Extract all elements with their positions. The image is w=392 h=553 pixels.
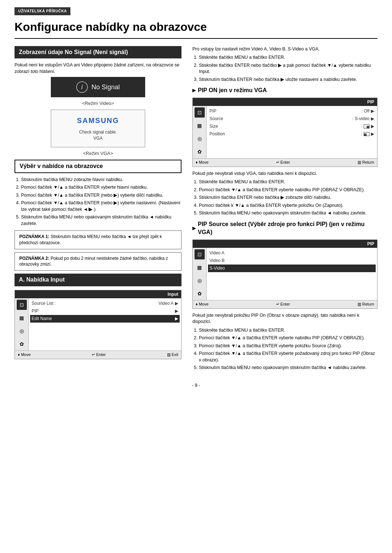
pip-source-menu-ui: PIP ⊡ ▦ ◎ ✿ Video A Video B	[192, 239, 377, 309]
videob-label: Video B	[209, 258, 225, 264]
pip-footer-enter: ↵ Enter	[276, 160, 290, 165]
sound-icon2: ◎	[195, 134, 205, 144]
pip-size-value: : ▶	[361, 123, 374, 130]
display-icon3: ▦	[195, 262, 205, 273]
pip-source-footer-return: ▥ Return	[358, 302, 374, 307]
pip-row-position: Position : ▶	[209, 130, 374, 138]
top-bar: UŽIVATELSKÁ PŘÍRUČKA	[15, 7, 70, 15]
list-item: Stiskněte tlačítko MENU a tlačítko ENTER…	[199, 327, 377, 334]
no-signal-box: i No Signal	[51, 77, 145, 97]
list-item: Stisknutím tlačítka MENU zobrazte hlavní…	[21, 177, 181, 183]
size-indicator	[364, 124, 369, 128]
settings-icon3: ✿	[195, 288, 205, 299]
pip-on-menu-title: PIP	[193, 98, 377, 106]
list-item: Stisknutím tlačítka MENU nebo opakovaným…	[199, 210, 377, 217]
regime-vga-label: <Režim VGA>	[15, 150, 181, 157]
no-signal-text: No Signal	[91, 83, 120, 92]
check-signal-text: Check signal cable.	[57, 129, 139, 135]
editname-label: Edit Name	[32, 316, 52, 322]
display-icon: ▦	[17, 313, 27, 323]
pip-on-header: PIP ON jen v režimu VGA	[192, 86, 377, 94]
list-item: Stisknutím tlačítka ENTER nebo tlačítka …	[199, 77, 377, 83]
footer-move: ♦ Move	[18, 352, 31, 357]
pip-position-label: Position	[209, 131, 225, 137]
pip-footer-move: ♦ Move	[196, 160, 209, 165]
pip-source-footer-move: ♦ Move	[196, 302, 209, 307]
menu-row-source: Source List : Video A ▶	[32, 300, 178, 307]
source-value: Video A ▶	[159, 300, 178, 307]
pip-size-label: Size	[209, 123, 218, 130]
source-arrow: ▶	[175, 300, 178, 307]
page-title: Konfigurace nabídky na obrazovce	[15, 19, 377, 39]
note1-bold: POZNÁMKA 1:	[19, 234, 49, 239]
pip-source-header: PIP Source select (Výběr zdroje pro funk…	[192, 220, 377, 237]
section3-header: A. Nabídka Input	[15, 274, 181, 286]
regime-video-label: <Režim Video>	[15, 100, 181, 107]
svideo-label: S-Video	[209, 265, 225, 271]
videoa-label: Video A	[209, 250, 224, 256]
pip-on-menu-content: PIP : Off ▶ Source : S-video ▶ Size : ▶	[207, 106, 377, 158]
source-label: Source List :	[32, 300, 56, 307]
samsung-logo: SAMSUNG	[57, 115, 139, 126]
pip-on-menu-ui: PIP ⊡ ▦ ◎ ✿ PIP : Off ▶ Sourc	[192, 98, 377, 167]
content-columns: Zobrazení údaje No Signal (Není signál) …	[15, 46, 377, 375]
intro-steps: Stiskněte tlačítko MENU a tlačítko ENTER…	[192, 54, 377, 83]
list-item: Pomocí tlačítek k ▼/▲ a tlačítka ENTER v…	[199, 202, 377, 209]
note2-box: POZNÁMKA 2: Pokud po dobu 2 minut nestis…	[15, 252, 181, 271]
page-number: - 9 -	[15, 382, 377, 389]
list-item: Stiskněte tlačítko MENU a tlačítko ENTER…	[199, 179, 377, 185]
pip-source-menu-footer: ♦ Move ↵ Enter ▥ Return	[193, 300, 377, 308]
input-menu-title: Input	[15, 290, 181, 299]
menu-row-editname: Edit Name ▶	[30, 315, 180, 323]
sound-icon3: ◎	[195, 275, 205, 286]
list-item: Pomocí tlačítek ▼/▲ a tlačítka ENTER vyb…	[199, 187, 377, 193]
pip-on-menu-body: ⊡ ▦ ◎ ✿ PIP : Off ▶ Source : S-video ▶	[193, 106, 377, 158]
pip-on-menu-icons: ⊡ ▦ ◎ ✿	[193, 106, 207, 158]
pip-source-menu-title: PIP	[193, 240, 377, 248]
pip-on-title: PIP ON jen v režimu VGA	[198, 86, 267, 94]
left-column: Zobrazení údaje No Signal (Není signál) …	[15, 46, 181, 375]
list-item: Pomocí tlačítek ▼/▲ a tlačítka ENTER vyb…	[199, 351, 377, 363]
pip-source-label: Source	[209, 116, 223, 122]
pip-source-menu-content: Video A Video B S-Video	[207, 248, 377, 300]
editname-value: ▶	[175, 316, 178, 322]
page: UŽIVATELSKÁ PŘÍRUČKA Konfigurace nabídky…	[0, 0, 392, 553]
position-indicator	[364, 132, 369, 136]
pip-source-row-videob: Video B	[209, 257, 374, 265]
pip-on-note: Pokud jste nevybrali vstup VGA, tato nab…	[192, 171, 377, 177]
settings-icon: ✿	[17, 339, 27, 349]
pip-source-menu-icons: ⊡ ▦ ◎ ✿	[193, 248, 207, 300]
input-icon2: ⊡	[195, 107, 205, 118]
list-item: Stiskněte tlačítko MENU a tlačítko ENTER…	[199, 54, 377, 61]
settings-icon2: ✿	[195, 147, 205, 157]
footer-enter: ↵ Enter	[92, 352, 106, 357]
footer-exit: ▥ Exit	[167, 352, 178, 357]
position-indicator-inner	[364, 134, 367, 136]
pip-footer-return: ▥ Return	[358, 160, 374, 165]
input-icon3: ⊡	[195, 249, 205, 259]
pip-source-note: Pokud jste nevybrali položku PIP On (Obr…	[192, 312, 377, 325]
intro-text: Pro vstupy lze nastavit režim Video A, V…	[192, 46, 377, 53]
pip-source-menu-body: ⊡ ▦ ◎ ✿ Video A Video B S-Video	[193, 248, 377, 300]
input-icon: ⊡	[17, 300, 27, 310]
section1-description: Pokud není ke vstupům VGA ani Video přip…	[15, 62, 181, 75]
vga-text: VGA	[57, 135, 139, 142]
pip-row-size: Size : ▶	[209, 123, 374, 130]
list-item: Pomocí tlačítek ▼/▲ a tlačítka ENTER (ne…	[21, 192, 181, 199]
input-menu-body: ⊡ ▦ ◎ ✿ Source List : Video A ▶ PIP ▶	[15, 298, 181, 351]
pip-source-title: PIP Source select (Výběr zdroje pro funk…	[198, 220, 377, 237]
input-menu-icons: ⊡ ▦ ◎ ✿	[15, 298, 29, 351]
pip-source-steps: Stiskněte tlačítko MENU a tlačítko ENTER…	[192, 327, 377, 371]
list-item: Pomocí tlačítek ▼/▲ a tlačítka ENTER vyb…	[199, 343, 377, 349]
pip-position-value: : ▶	[361, 131, 374, 137]
menu-row-pip: PIP ▶	[32, 307, 178, 315]
top-bar-label: UŽIVATELSKÁ PŘÍRUČKA	[18, 9, 67, 13]
vga-box: SAMSUNG Check signal cable. VGA	[51, 110, 145, 147]
pip-row-label: PIP	[209, 108, 216, 114]
section1-header: Zobrazení údaje No Signal (Není signál)	[15, 46, 181, 58]
pip-value: ▶	[175, 308, 178, 314]
input-menu-ui: Input ⊡ ▦ ◎ ✿ Source List : Video A ▶	[15, 290, 181, 359]
list-item: Stiskněte tlačítko ENTER nebo tlačítko ▶…	[199, 62, 377, 75]
size-indicator-inner	[367, 126, 369, 128]
pip-row-source: Source : S-video ▶	[209, 115, 374, 123]
